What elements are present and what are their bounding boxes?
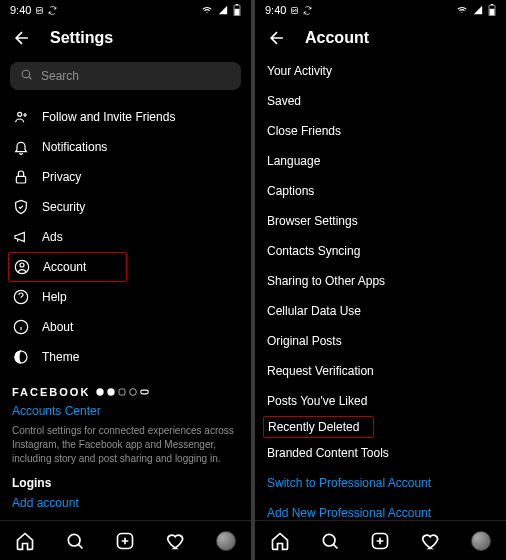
search-icon[interactable]: [319, 530, 341, 552]
settings-menu: Follow and Invite Friends Notifications …: [0, 102, 251, 372]
svg-point-17: [69, 534, 81, 546]
home-icon[interactable]: [14, 530, 36, 552]
home-icon[interactable]: [269, 530, 291, 552]
facebook-icon: [96, 388, 104, 396]
page-title: Settings: [50, 29, 113, 47]
avatar: [471, 531, 491, 551]
status-time: 9:40: [10, 4, 31, 16]
back-icon[interactable]: [12, 28, 32, 48]
wifi-icon: [456, 5, 468, 15]
account-item[interactable]: Saved: [267, 86, 494, 116]
menu-label: Follow and Invite Friends: [42, 110, 175, 124]
add-icon[interactable]: [369, 530, 391, 552]
menu-item-theme[interactable]: Theme: [12, 342, 239, 372]
oculus-icon: [140, 388, 149, 396]
menu-item-about[interactable]: About: [12, 312, 239, 342]
menu-label: Help: [42, 290, 67, 304]
account-item[interactable]: Original Posts: [267, 326, 494, 356]
avatar: [216, 531, 236, 551]
whatsapp-icon: [129, 388, 137, 396]
svg-rect-14: [119, 389, 125, 395]
svg-point-8: [20, 263, 24, 267]
messenger-icon: [107, 388, 115, 396]
search-icon: [20, 68, 33, 84]
account-item[interactable]: Request Verification: [267, 356, 494, 386]
bottom-nav: [255, 520, 506, 560]
account-item[interactable]: Recently Deleted: [263, 416, 374, 438]
menu-label: Notifications: [42, 140, 107, 154]
svg-rect-22: [491, 4, 493, 5]
menu-item-account[interactable]: Account: [8, 252, 127, 282]
facebook-section: FACEBOOK: [12, 386, 239, 398]
shield-icon: [12, 199, 30, 215]
heart-icon[interactable]: [165, 530, 187, 552]
heart-icon[interactable]: [420, 530, 442, 552]
status-bar: 9:40: [0, 0, 251, 20]
menu-item-notifications[interactable]: Notifications: [12, 132, 239, 162]
menu-item-help[interactable]: Help: [12, 282, 239, 312]
page-title: Account: [305, 29, 369, 47]
switch-professional-link[interactable]: Switch to Professional Account: [267, 468, 494, 498]
svg-point-12: [97, 388, 104, 395]
battery-icon: [488, 4, 496, 16]
svg-rect-2: [235, 9, 240, 16]
profile-icon[interactable]: [215, 530, 237, 552]
wifi-icon: [201, 5, 213, 15]
search-placeholder: Search: [41, 69, 231, 83]
account-item[interactable]: Close Friends: [267, 116, 494, 146]
back-icon[interactable]: [267, 28, 287, 48]
bell-icon: [12, 139, 30, 155]
svg-point-23: [324, 534, 336, 546]
account-item[interactable]: Browser Settings: [267, 206, 494, 236]
menu-label: Privacy: [42, 170, 81, 184]
megaphone-icon: [12, 229, 30, 245]
menu-label: Account: [43, 260, 86, 274]
header: Account: [255, 20, 506, 56]
svg-rect-16: [141, 390, 149, 394]
menu-item-follow-invite[interactable]: Follow and Invite Friends: [12, 102, 239, 132]
account-item[interactable]: Branded Content Tools: [267, 438, 494, 468]
svg-point-13: [108, 388, 115, 395]
accounts-center-link[interactable]: Accounts Center: [12, 404, 239, 418]
bottom-nav: [0, 520, 251, 560]
account-icon: [13, 259, 31, 275]
facebook-product-icons: [96, 388, 149, 396]
svg-point-5: [18, 112, 22, 116]
add-account-link[interactable]: Add account: [12, 496, 239, 510]
settings-screen: 9:40 Settings Search Follow and Invite F…: [0, 0, 251, 560]
menu-label: Ads: [42, 230, 63, 244]
svg-rect-3: [236, 4, 238, 5]
signal-icon: [472, 5, 484, 15]
menu-item-ads[interactable]: Ads: [12, 222, 239, 252]
account-item[interactable]: Posts You've Liked: [267, 386, 494, 416]
account-item[interactable]: Cellular Data Use: [267, 296, 494, 326]
theme-icon: [12, 349, 30, 365]
status-bar: 9:40: [255, 0, 506, 20]
instagram-icon: [118, 388, 126, 396]
account-item[interactable]: Language: [267, 146, 494, 176]
menu-label: Theme: [42, 350, 79, 364]
accounts-center-desc: Control settings for connected experienc…: [12, 424, 239, 466]
svg-rect-6: [16, 176, 25, 183]
svg-point-15: [130, 389, 137, 396]
logins-label: Logins: [12, 476, 239, 490]
account-item[interactable]: Your Activity: [267, 56, 494, 86]
account-menu: Your ActivitySavedClose FriendsLanguageC…: [255, 56, 506, 528]
profile-icon[interactable]: [470, 530, 492, 552]
account-item[interactable]: Captions: [267, 176, 494, 206]
facebook-label: FACEBOOK: [12, 386, 90, 398]
search-icon[interactable]: [64, 530, 86, 552]
account-item[interactable]: Contacts Syncing: [267, 236, 494, 266]
menu-item-privacy[interactable]: Privacy: [12, 162, 239, 192]
nfc-icon: [290, 6, 299, 15]
svg-point-4: [22, 70, 30, 78]
header: Settings: [0, 20, 251, 56]
search-input[interactable]: Search: [10, 62, 241, 90]
signal-icon: [217, 5, 229, 15]
battery-icon: [233, 4, 241, 16]
add-icon[interactable]: [114, 530, 136, 552]
account-item[interactable]: Sharing to Other Apps: [267, 266, 494, 296]
menu-item-security[interactable]: Security: [12, 192, 239, 222]
status-time: 9:40: [265, 4, 286, 16]
info-icon: [12, 319, 30, 335]
